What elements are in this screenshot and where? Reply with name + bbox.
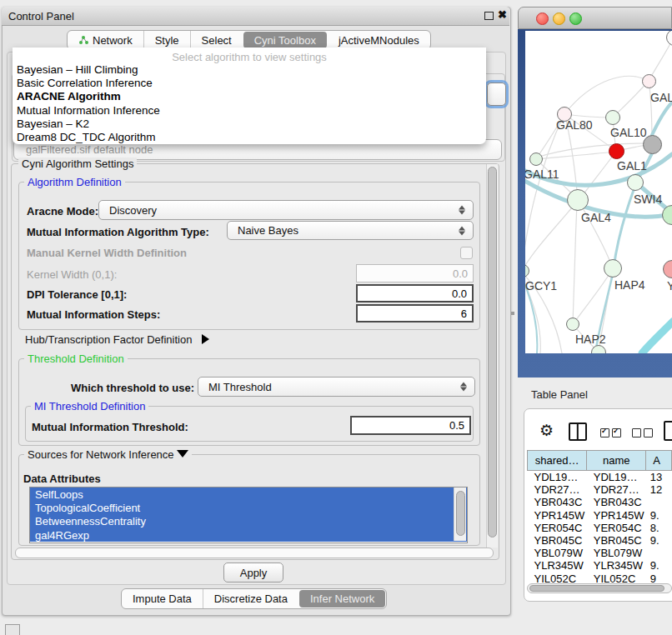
dpi-tolerance-label: DPI Tolerance [0,1]: <box>27 288 127 301</box>
table-cell: YPR145W <box>587 509 646 522</box>
network-node-gal10[interactable] <box>605 110 620 125</box>
stepper-icon <box>459 206 465 215</box>
node-label: GAL4 <box>581 211 611 224</box>
settings-horizontal-scrollbar[interactable] <box>15 548 494 558</box>
settings-scrollbar-thumb[interactable] <box>488 167 497 538</box>
algorithm-option[interactable]: Mutual Information Inference <box>15 104 482 118</box>
node-table: shared… name A YDL19…YDL19…13YDR27…YDR27… <box>527 450 672 585</box>
settings-gear-icon[interactable]: ⚙ <box>539 421 554 439</box>
table-row[interactable]: YER054CYER054C8. <box>528 522 672 534</box>
table-row[interactable]: YPR145WYPR145W9. <box>528 509 672 522</box>
node-label: SWI4 <box>634 192 662 206</box>
mi-threshold-definition-title: MI Threshold Definition <box>31 400 148 412</box>
data-attribute-item[interactable]: BetweennessCentrality <box>30 515 467 528</box>
attributes-scrollbar-thumb[interactable] <box>456 491 465 536</box>
apply-button[interactable]: Apply <box>223 562 283 582</box>
algorithm-dropdown-placeholder: Select algorithm to view settings <box>13 51 486 63</box>
aracne-mode-combo[interactable]: Discovery <box>98 200 474 220</box>
algorithm-option[interactable]: Basic Correlation Inference <box>15 77 482 90</box>
tab-style[interactable]: Style <box>143 31 190 49</box>
tab-network[interactable]: Network <box>68 31 143 49</box>
data-attribute-item[interactable]: gal4RGexp <box>30 528 467 542</box>
algorithm-combo-focused-edge[interactable] <box>487 82 506 106</box>
network-canvas[interactable]: GALGAL80GAL10GAL1GAL11SWI4GAL4GCY1HAP4YH… <box>525 31 672 353</box>
split-view-icon[interactable] <box>569 422 587 441</box>
tab-discretize-data[interactable]: Discretize Data <box>203 589 298 608</box>
minimize-traffic-light[interactable] <box>553 12 565 25</box>
select-all-icon[interactable] <box>600 426 624 441</box>
network-node-hap4[interactable] <box>604 259 622 278</box>
algorithm-definition-title: Algorithm Definition <box>24 176 125 188</box>
node-label: HAP2 <box>575 332 606 346</box>
table-cell: 9. <box>646 509 672 522</box>
which-threshold-combo[interactable]: MI Threshold <box>198 377 475 397</box>
column-header[interactable]: name <box>587 451 646 471</box>
table-cell: 9. <box>646 534 672 547</box>
column-header[interactable]: shared… <box>528 451 587 471</box>
algorithm-option[interactable]: Dream8 DC_TDC Algorithm <box>15 131 482 144</box>
node-label: HAP4 <box>614 278 645 292</box>
tab-impute-data[interactable]: Impute Data <box>122 589 203 608</box>
network-node-swi4[interactable] <box>627 174 644 191</box>
document-icon[interactable] <box>664 421 672 441</box>
table-cell: YER054C <box>528 522 587 534</box>
float-window-icon[interactable] <box>484 12 494 20</box>
sources-group-title[interactable]: Sources for Network Inference <box>24 448 192 461</box>
column-header[interactable]: A <box>646 451 672 471</box>
kernel-width-field[interactable]: 0.0 <box>356 264 474 282</box>
network-node-gal[interactable] <box>642 74 656 88</box>
deselect-all-icon[interactable] <box>632 426 655 441</box>
table-row[interactable]: YBR043CYBR043C <box>528 496 672 508</box>
tab-select[interactable]: Select <box>190 31 243 49</box>
table-panel-title: Table Panel <box>531 388 588 401</box>
data-attribute-item[interactable]: SelfLoops <box>30 488 467 501</box>
network-node[interactable] <box>643 135 662 154</box>
table-scrollbar-thumb[interactable] <box>529 585 664 592</box>
mi-steps-field[interactable]: 6 <box>356 304 474 322</box>
table-cell: YER054C <box>587 522 646 534</box>
network-node-gal1[interactable] <box>609 143 624 159</box>
panel-divider-handle[interactable] <box>511 312 514 315</box>
maximize-traffic-light[interactable] <box>569 12 582 25</box>
table-row[interactable]: YDL19…YDL19…13 <box>528 471 672 484</box>
network-icon <box>78 35 88 45</box>
control-panel-titlebar[interactable] <box>2 7 509 26</box>
manual-kernel-checkbox[interactable] <box>460 247 473 259</box>
network-node-gal4[interactable] <box>567 189 589 211</box>
settings-vertical-scrollbar[interactable] <box>486 164 498 548</box>
close-traffic-light[interactable] <box>536 12 549 25</box>
minimized-window-icon[interactable] <box>5 624 20 635</box>
tab-jactivemnodules[interactable]: jActiveMNodules <box>328 31 430 49</box>
table-row[interactable]: YLR345WYLR345W9. <box>528 559 672 572</box>
network-node-gal11[interactable] <box>529 152 543 166</box>
algorithm-option[interactable]: ARACNE Algorithm <box>15 90 482 103</box>
data-attribute-item[interactable]: TopologicalCoefficient <box>30 501 467 514</box>
chevron-right-icon[interactable] <box>202 334 209 344</box>
tab-cyni-toolbox[interactable]: Cyni Toolbox <box>243 32 327 48</box>
close-icon[interactable]: ✖ <box>498 8 507 21</box>
table-cell: YBR045C <box>528 534 587 547</box>
node-label: Y <box>667 279 672 292</box>
algorithm-option[interactable]: Bayesian – Hill Climbing <box>15 63 482 77</box>
chevron-down-icon[interactable] <box>177 450 188 458</box>
tab-infer-network[interactable]: Infer Network <box>299 590 385 608</box>
hub-definition-toggle[interactable]: Hub/Transcription Factor Definition <box>25 333 209 346</box>
mi-type-combo[interactable]: Naive Bayes <box>227 221 474 240</box>
table-row[interactable]: YBL079WYBL079W <box>528 547 672 559</box>
control-panel-title: Control Panel <box>8 10 74 22</box>
attributes-list-scrollbar[interactable] <box>454 488 466 541</box>
network-node-hap2[interactable] <box>566 318 579 331</box>
bottom-tabbar: Impute DataDiscretize DataInfer Network <box>121 588 387 609</box>
table-cell: YBR045C <box>587 534 646 547</box>
data-attributes-list[interactable]: SelfLoopsTopologicalCoefficientBetweenne… <box>29 487 468 543</box>
table-row[interactable]: YBR045CYBR045C9. <box>528 534 672 547</box>
algorithm-option[interactable]: Bayesian – K2 <box>15 118 482 131</box>
table-cell: 8. <box>646 522 672 534</box>
manual-kernel-label: Manual Kernel Width Definition <box>27 247 187 259</box>
table-cell: 13 <box>646 471 672 484</box>
mi-threshold-field[interactable]: 0.5 <box>350 416 471 435</box>
table-horizontal-scrollbar[interactable] <box>527 583 672 593</box>
dpi-tolerance-field[interactable]: 0.0 <box>356 284 474 302</box>
table-cell: YBL079W <box>528 547 587 559</box>
table-row[interactable]: YDR27…YDR27…12 <box>528 483 672 496</box>
